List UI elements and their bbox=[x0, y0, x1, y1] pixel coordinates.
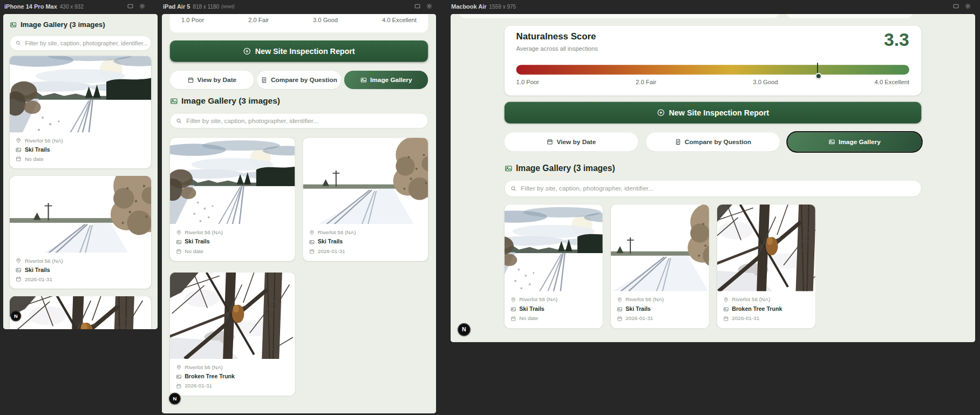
tab-label: Compare by Question bbox=[271, 76, 337, 84]
calendar-icon bbox=[16, 276, 22, 282]
caption-row: Broken Tree Trunk bbox=[176, 373, 289, 380]
site-label: Riverlot 56 (NA) bbox=[318, 229, 356, 235]
gallery-card[interactable]: Riverlot 56 (NA) Ski Trails 2026-01-31 bbox=[10, 176, 151, 289]
photo-broken-tree-trunk bbox=[717, 205, 815, 291]
partial-card-above bbox=[459, 14, 779, 18]
gallery-filter-input[interactable] bbox=[171, 113, 428, 128]
photo-winter-trail-overcast bbox=[170, 138, 295, 224]
device-frame-icon[interactable] bbox=[414, 3, 421, 10]
gallery-card[interactable] bbox=[10, 296, 151, 329]
gallery-filter-input[interactable] bbox=[10, 36, 151, 51]
tab-image-gallery[interactable]: Image Gallery bbox=[788, 132, 922, 151]
document-icon bbox=[261, 77, 267, 83]
tab-view-by-date[interactable]: View by Date bbox=[505, 132, 638, 151]
plus-circle-icon bbox=[243, 47, 251, 55]
caption-row: Ski Trails bbox=[16, 146, 146, 153]
caption-label: Ski Trails bbox=[318, 239, 343, 245]
site-row: Riverlot 56 (NA) bbox=[16, 258, 146, 264]
date-row: 2026-01-31 bbox=[617, 316, 703, 322]
score-subtitle: Average across all inspections bbox=[516, 45, 598, 52]
site-label: Riverlot 56 (NA) bbox=[185, 229, 223, 235]
image-icon bbox=[176, 239, 182, 245]
map-pin-icon bbox=[511, 297, 516, 303]
calendar-icon bbox=[176, 248, 182, 254]
nextjs-dev-badge[interactable]: N bbox=[458, 323, 471, 336]
gallery-card[interactable]: Riverlot 56 (NA) Ski Trails 2026-01-31 bbox=[611, 205, 709, 328]
new-site-inspection-report-button[interactable]: New Site Inspection Report bbox=[505, 102, 922, 124]
tab-label: Compare by Question bbox=[685, 138, 751, 146]
image-icon bbox=[511, 307, 516, 312]
map-pin-icon bbox=[176, 364, 182, 370]
settings-gear-icon[interactable] bbox=[964, 3, 971, 10]
new-report-label: New Site Inspection Report bbox=[669, 108, 769, 117]
date-label: No date bbox=[25, 156, 44, 162]
site-label: Riverlot 56 (NA) bbox=[519, 297, 557, 303]
gallery-card[interactable]: Riverlot 56 (NA) Ski Trails No date bbox=[10, 56, 151, 168]
caption-row: Ski Trails bbox=[617, 306, 703, 312]
map-pin-icon bbox=[723, 297, 729, 303]
nextjs-dev-badge[interactable]: N bbox=[10, 310, 21, 321]
image-icon bbox=[723, 307, 729, 312]
tab-label: Image Gallery bbox=[370, 76, 412, 84]
image-icon bbox=[16, 147, 22, 153]
score-scale-labels: 1.0 Poor 2.0 Fair 3.0 Good 4.0 Excellent bbox=[516, 79, 909, 86]
date-row: 2026-01-31 bbox=[16, 276, 146, 282]
photo-winter-trail-overcast bbox=[10, 56, 151, 132]
nextjs-dev-badge[interactable]: N bbox=[169, 393, 181, 405]
site-row: Riverlot 56 (NA) bbox=[511, 297, 597, 303]
site-label: Riverlot 56 (NA) bbox=[625, 297, 664, 303]
settings-gear-icon[interactable] bbox=[426, 3, 433, 10]
device-toolbar-ipad: iPad Air 5 818 x 1180 (reset) bbox=[162, 0, 436, 13]
gallery-filter bbox=[170, 113, 428, 128]
device-dimensions: 818 x 1180 bbox=[193, 4, 219, 10]
device-toolbar-iphone: iPhone 14 Pro Max 430 x 932 bbox=[3, 0, 158, 13]
device-frame-ipad: 1.0 Poor 2.0 Fair 3.0 Good 4.0 Excellent… bbox=[162, 14, 436, 413]
tab-image-gallery[interactable]: Image Gallery bbox=[344, 71, 428, 89]
scale-label: 3.0 Good bbox=[753, 79, 778, 86]
scale-label: 1.0 Poor bbox=[516, 79, 539, 86]
settings-gear-icon[interactable] bbox=[139, 3, 146, 10]
gallery-filter-input[interactable] bbox=[505, 181, 921, 196]
tab-label: Image Gallery bbox=[839, 138, 881, 146]
caption-row: Ski Trails bbox=[176, 239, 289, 245]
gallery-card[interactable]: Riverlot 56 (NA) Ski Trails No date bbox=[505, 205, 603, 328]
site-row: Riverlot 56 (NA) bbox=[16, 138, 146, 144]
scale-label: 2.0 Fair bbox=[636, 79, 656, 86]
card-meta: Riverlot 56 (NA) Ski Trails 2026-01-31 bbox=[303, 224, 428, 261]
image-icon bbox=[170, 97, 178, 105]
tab-label: View by Date bbox=[556, 138, 596, 146]
map-pin-icon bbox=[309, 230, 315, 236]
tab-view-by-date[interactable]: View by Date bbox=[170, 71, 254, 89]
caption-label: Ski Trails bbox=[625, 306, 651, 312]
search-icon bbox=[175, 118, 182, 124]
gallery-card[interactable]: Riverlot 56 (NA) Ski Trails No date bbox=[170, 138, 295, 261]
device-reset-link[interactable]: (reset) bbox=[221, 4, 235, 9]
site-row: Riverlot 56 (NA) bbox=[176, 364, 289, 370]
device-dimensions: 1559 x 975 bbox=[489, 4, 516, 10]
device-frame-icon[interactable] bbox=[952, 3, 959, 10]
tab-compare-by-question[interactable]: Compare by Question bbox=[257, 71, 341, 89]
gallery-card[interactable]: Riverlot 56 (NA) Ski Trails 2026-01-31 bbox=[303, 138, 428, 261]
calendar-icon bbox=[723, 316, 729, 322]
calendar-icon bbox=[547, 139, 553, 145]
scale-label: 3.0 Good bbox=[313, 17, 338, 24]
card-meta: Riverlot 56 (NA) Ski Trails 2026-01-31 bbox=[611, 291, 709, 329]
map-pin-icon bbox=[617, 297, 623, 303]
date-label: 2026-01-31 bbox=[732, 316, 759, 322]
score-marker bbox=[817, 63, 818, 77]
date-row: 2026-01-31 bbox=[723, 316, 809, 322]
gallery-heading-label: Image Gallery (3 images) bbox=[181, 96, 280, 106]
gallery-card[interactable]: Riverlot 56 (NA) Broken Tree Trunk 2026-… bbox=[717, 205, 815, 328]
gallery-card[interactable]: Riverlot 56 (NA) Broken Tree Trunk 2026-… bbox=[170, 273, 295, 396]
date-row: No date bbox=[176, 248, 289, 254]
scale-label: 2.0 Fair bbox=[248, 17, 269, 24]
date-label: 2026-01-31 bbox=[25, 276, 52, 282]
tab-compare-by-question[interactable]: Compare by Question bbox=[646, 132, 780, 151]
device-name: Macbook Air bbox=[451, 3, 487, 10]
image-icon bbox=[828, 139, 835, 145]
new-site-inspection-report-button[interactable]: New Site Inspection Report bbox=[170, 40, 428, 62]
device-frame-icon[interactable] bbox=[127, 3, 134, 10]
caption-label: Broken Tree Trunk bbox=[732, 306, 782, 312]
photo-winter-trail-overcast bbox=[505, 205, 603, 291]
score-title: Naturalness Score bbox=[516, 31, 596, 42]
